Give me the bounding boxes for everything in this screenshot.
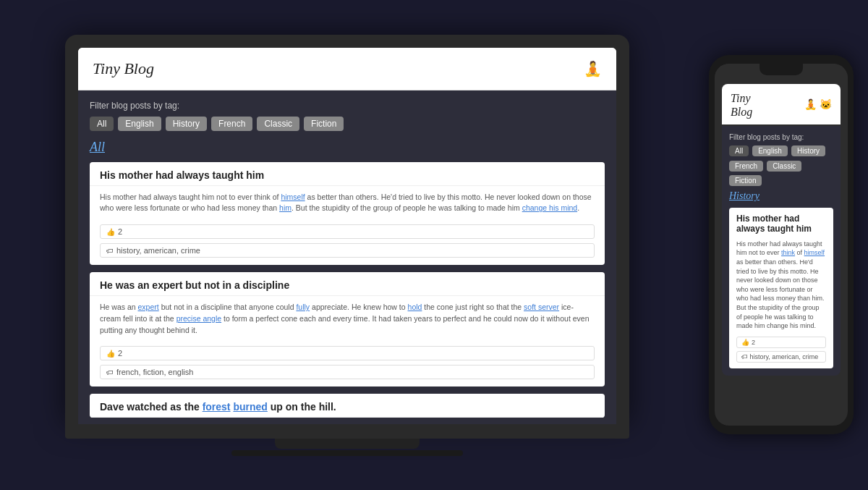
tag-bar: All English History French Classic Ficti…	[90, 117, 605, 131]
tag-english[interactable]: English	[118, 117, 161, 131]
laptop-screen-border: Tiny Blog 🧘 Filter blog posts by tag: Al…	[65, 35, 629, 424]
phone-notch	[760, 64, 803, 75]
phone-icon-2: 🐱	[820, 98, 832, 111]
post-2-title: He was an expert but not in a discipline	[90, 272, 605, 296]
phone-header-icons: 🧘 🐱	[804, 98, 832, 111]
blog-header: Tiny Blog 🧘	[78, 48, 616, 90]
phone-screen-inner: TinyBlog 🧘 🐱 Filter blog posts by tag: A…	[715, 64, 848, 383]
scene: Tiny Blog 🧘 Filter blog posts by tag: Al…	[14, 35, 854, 456]
tag-icon-1	[106, 246, 114, 255]
phone-tag-french[interactable]: French	[729, 161, 763, 172]
tag-fiction[interactable]: Fiction	[304, 117, 344, 131]
filter-label: Filter blog posts by tag:	[90, 101, 605, 111]
blog-title: Tiny Blog	[93, 59, 154, 78]
laptop-screen-inner: Tiny Blog 🧘 Filter blog posts by tag: Al…	[78, 48, 616, 424]
thumb-icon-1	[106, 227, 115, 236]
tag-history[interactable]: History	[166, 117, 207, 131]
phone-tag-bar-row1: All English History	[729, 145, 833, 156]
section-title: All	[90, 140, 605, 155]
tag-classic[interactable]: Classic	[257, 117, 299, 131]
phone-post-1-body: His mother had always taught him not to …	[729, 237, 833, 334]
phone-device: TinyBlog 🧘 🐱 Filter blog posts by tag: A…	[709, 55, 854, 434]
tag-all[interactable]: All	[90, 117, 114, 131]
laptop-stand	[275, 439, 420, 449]
phone-blog-title: TinyBlog	[731, 91, 752, 119]
post-1-tags: history, american, crime	[100, 243, 595, 258]
phone-tag-all[interactable]: All	[729, 145, 749, 156]
post-1-body: His mother had always taught him not to …	[90, 186, 605, 221]
post-card-3: Dave watched as the forest burned up on …	[90, 394, 605, 418]
blog-header-icon: 🧘	[584, 60, 602, 77]
phone-icon-1: 🧘	[804, 98, 817, 111]
phone-tag-fiction[interactable]: Fiction	[729, 175, 762, 186]
phone-section-title: History	[729, 190, 833, 202]
phone-tag-english[interactable]: English	[752, 145, 788, 156]
phone-tag-classic[interactable]: Classic	[767, 161, 801, 172]
phone-tag-bar-row2: French Classic Fiction	[729, 161, 833, 186]
phone-post-1-tags: 🏷 history, american, crime	[736, 351, 826, 363]
phone-blog-header: TinyBlog 🧘 🐱	[722, 84, 841, 124]
post-2-tags: french, fiction, english	[100, 365, 595, 379]
blog-body: Filter blog posts by tag: All English Hi…	[78, 90, 616, 424]
laptop-base	[65, 424, 629, 439]
post-card-2: He was an expert but not in a discipline…	[90, 272, 605, 386]
phone-blog-body: Filter blog posts by tag: All English Hi…	[722, 126, 841, 376]
thumb-icon-2	[106, 349, 115, 358]
phone-thumb-icon: 👍	[741, 339, 749, 346]
laptop-device: Tiny Blog 🧘 Filter blog posts by tag: Al…	[14, 35, 680, 456]
phone-tag-history[interactable]: History	[791, 145, 825, 156]
laptop-foot	[231, 450, 463, 456]
post-3-title: Dave watched as the forest burned up on …	[90, 394, 605, 418]
post-2-body: He was an expert but not in a discipline…	[90, 296, 605, 342]
phone-post-1-likes[interactable]: 👍 2	[736, 337, 826, 348]
tag-icon-2	[106, 368, 114, 376]
post-1-title: His mother had always taught him	[90, 162, 605, 186]
post-card-1: His mother had always taught him His mot…	[90, 162, 605, 266]
phone-body: TinyBlog 🧘 🐱 Filter blog posts by tag: A…	[709, 55, 854, 434]
phone-screen: TinyBlog 🧘 🐱 Filter blog posts by tag: A…	[715, 64, 848, 426]
post-2-likes[interactable]: 2	[100, 346, 595, 360]
phone-post-1-title: His mother had always taught him	[729, 208, 833, 237]
phone-post-card-1: His mother had always taught him His mot…	[729, 208, 833, 368]
tag-french[interactable]: French	[211, 117, 252, 131]
phone-filter-label: Filter blog posts by tag:	[729, 133, 833, 141]
laptop-screen: Tiny Blog 🧘 Filter blog posts by tag: Al…	[78, 48, 616, 424]
post-1-likes[interactable]: 2	[100, 224, 595, 239]
